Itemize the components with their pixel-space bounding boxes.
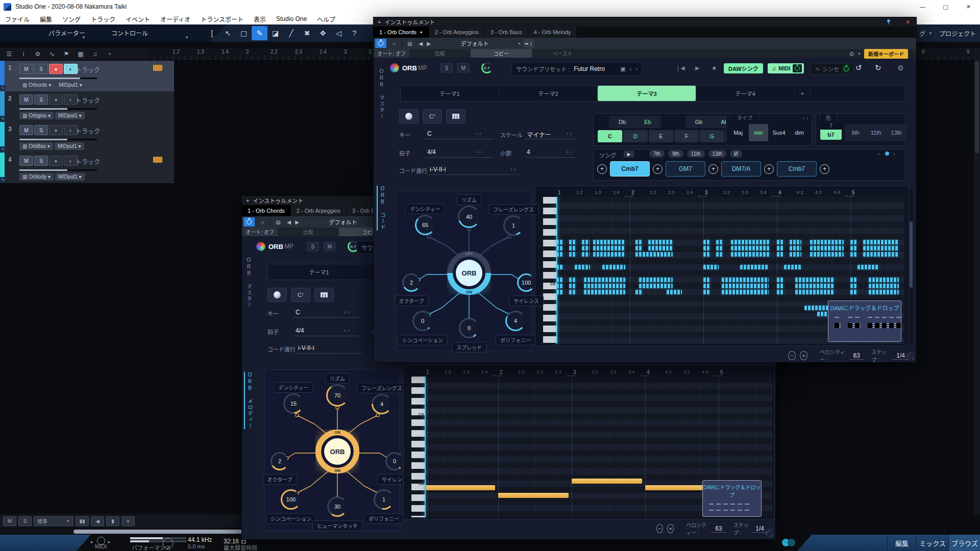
melody-roll-keyboard[interactable]: C5C4 [411,377,425,517]
add-chord-button[interactable]: + [764,164,774,174]
midi-note[interactable] [635,246,643,251]
paste-button[interactable]: ペースト [532,49,593,58]
add-chord-button[interactable]: + [653,164,663,174]
knob-フレーズレングス[interactable]: 4 [372,394,392,414]
auto-off-button[interactable]: オート: オフ [374,49,409,58]
white-key-C[interactable]: C [598,130,622,142]
chord-color-11th[interactable]: 11th [865,124,887,141]
plugin-power-button[interactable] [375,39,386,48]
transport-start-icon[interactable]: ❘◀ [676,65,685,71]
automation-icon[interactable]: ∿ [0,116,6,121]
midi-note[interactable] [850,278,857,282]
help-button[interactable]: ? [347,26,362,40]
midi-note[interactable] [777,246,784,251]
chord-view-icon[interactable]: C⁷ [423,109,442,123]
instrument-tab-1[interactable]: 1 - Orb Chords [242,205,290,216]
track-instrument-dropdown[interactable]: ▥ OrbBas ▾ [19,142,53,150]
sidebar-orb-chord[interactable]: ORB コード [377,186,386,231]
midi-note[interactable] [556,265,564,269]
chord-slot-2[interactable]: GM7 [666,161,705,177]
midi-note[interactable] [777,278,784,282]
page-prev-icon[interactable]: ‹ [878,151,880,157]
mute-all-button[interactable]: M [3,516,16,526]
chord-type-Maj[interactable]: Maj [728,124,748,141]
prog-value[interactable]: i-V-II-i [430,166,446,173]
midi-note[interactable] [850,284,857,288]
eraser-tool[interactable]: ◪ [267,26,283,40]
vertical-scroll-thumb[interactable] [975,61,979,153]
preset-name[interactable]: デフォルト [434,39,516,47]
preset-next-icon[interactable]: ▶ [426,39,432,48]
bars-value[interactable]: 4 [527,148,530,156]
track-input-dropdown[interactable]: MIDput1 ▾ [55,142,84,150]
midi-note[interactable] [703,265,719,269]
automation-icon[interactable]: ∿ [0,146,6,152]
monitor-toggle-icon-2[interactable] [788,539,795,546]
mute-button[interactable]: M [457,63,470,72]
sidebar-orb-master[interactable]: ORB マスター [245,257,253,308]
midi-note[interactable] [869,278,899,282]
knob-デンシティー[interactable]: 65 [415,215,435,235]
zoom-in-button[interactable]: + [667,524,674,533]
sidebar-orb-master[interactable]: ORB マスター [378,68,385,119]
theme-tab-4[interactable]: テーマ4 [696,86,795,101]
theme-tab-1[interactable]: テーマ1 [268,264,371,280]
key-value[interactable]: C [427,130,432,137]
black-key-Db[interactable]: Db [609,116,635,128]
menu-イベント[interactable]: イベント [120,13,155,24]
song-ext-11th[interactable]: 11th [687,150,705,158]
midi-note[interactable] [703,246,710,251]
chord-drag-export[interactable]: DAWにドラッグ＆ドロップ [828,300,901,342]
menu-ヘルプ[interactable]: ヘルプ [312,13,340,24]
knob-シンコペーション[interactable]: 100 [281,489,301,510]
bracket-tool[interactable]: [ [204,26,220,40]
line-tool[interactable]: ╱ [283,26,299,40]
compare-button[interactable]: 比較 [278,228,339,236]
control-dropdown-icon[interactable]: ▼ [185,35,189,40]
midi-note[interactable] [556,284,564,288]
scroll-left-icon[interactable]: ◀ [91,516,104,526]
midi-note[interactable] [556,246,564,251]
midi-note[interactable] [731,240,770,244]
midi-note[interactable] [639,278,673,282]
browse-view-button[interactable]: ブラウズ [948,535,980,551]
track-instrument-dropdown[interactable]: ▥ Orbords ▾ [19,81,54,89]
instrument-tab-4[interactable]: 4 - Orb Melody [528,27,577,38]
midi-power-icon[interactable] [793,64,802,72]
transport-play-icon[interactable]: ▶ [695,65,699,71]
orb-view-icon[interactable] [267,288,287,302]
track-row-2[interactable]: ∿2MS●◐トラック▥ Orbgios ▾MIDput1 ▾ [0,91,174,122]
key-stepper[interactable]: ‹ › [476,130,481,136]
mute-button[interactable]: M [324,242,336,251]
track-instrument-dropdown[interactable]: ▥ Orblody ▾ [19,173,54,181]
transfer-icon[interactable]: ➡❘ [523,39,534,48]
synth-mode-button[interactable]: ∿シンセ [811,63,853,74]
track-input-dropdown[interactable]: MIDput1 ▾ [55,173,85,181]
solo-button[interactable]: S [307,242,319,251]
black-key-Gb[interactable]: Gb [685,116,712,128]
instrument-tab-1[interactable]: 1 - Orb Chords▼ [374,27,429,38]
midi-note[interactable] [602,265,625,269]
preset-name[interactable]: デフォルト [302,218,384,226]
midi-note[interactable] [863,240,899,244]
chord-slot-1[interactable]: Cmb7 [610,161,650,177]
velocity-value[interactable]: 63 [849,352,864,360]
menu-ソング[interactable]: ソング [57,13,86,24]
chord-roll-ruler[interactable]: 11.21.31.422.22.32.433.23.33.444.24.34.4… [556,189,904,197]
midi-note[interactable] [569,278,576,282]
grid-view-icon[interactable] [446,109,465,123]
midi-note[interactable] [645,485,703,490]
range-select-tool[interactable]: ▢ [236,26,252,40]
white-key-G[interactable]: G [700,130,724,142]
chord-type-dim[interactable]: dim [790,124,809,141]
midi-note[interactable] [639,284,673,288]
edit-view-button[interactable]: 編集 [887,535,916,551]
preset-list-icon[interactable]: ▤ [404,39,415,48]
auto-off-button[interactable]: オート: オフ [242,228,278,236]
new-keyboard-button[interactable]: 新規キーボード [864,49,908,59]
midi-note[interactable] [703,240,710,244]
menu-表示[interactable]: 表示 [249,13,271,24]
melody-drag-export[interactable]: DAWにドラッグ＆ドロップ [702,480,762,517]
song-ext-Ø[interactable]: Ø [730,150,742,158]
midi-note[interactable] [863,246,899,251]
